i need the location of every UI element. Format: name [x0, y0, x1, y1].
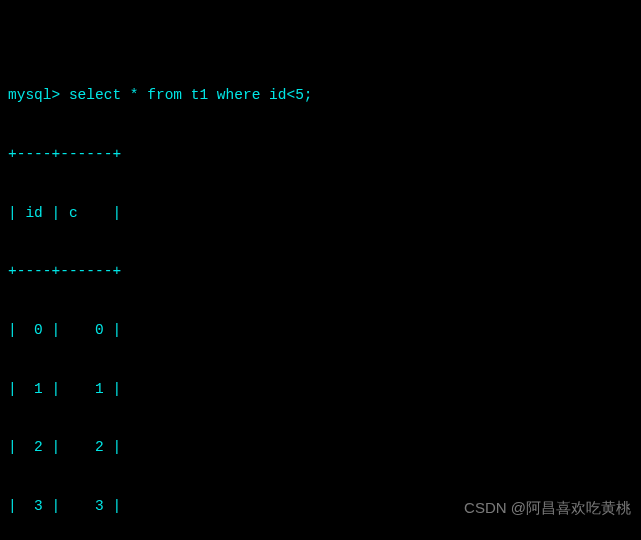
table-border: +----+------+: [8, 262, 633, 282]
cell-id: 0: [34, 322, 43, 338]
prompt-line[interactable]: mysql> select * from t1 where id<5;: [8, 86, 633, 106]
cell-c: 1: [95, 381, 104, 397]
cell-c: 0: [95, 322, 104, 338]
table-header: | id | c |: [8, 204, 633, 224]
table-row: | 1 | 1 |: [8, 380, 633, 400]
cell-id: 3: [34, 498, 43, 514]
cell-id: 2: [34, 439, 43, 455]
table-row: | 2 | 2 |: [8, 438, 633, 458]
terminal-output: mysql> select * from t1 where id<5; +---…: [8, 8, 633, 540]
table-border: +----+------+: [8, 145, 633, 165]
prompt: mysql>: [8, 87, 69, 103]
table-row: | 3 | 3 |: [8, 497, 633, 517]
cell-c: 3: [95, 498, 104, 514]
cell-id: 1: [34, 381, 43, 397]
col-h-id: id: [25, 205, 42, 221]
table-row: | 0 | 0 |: [8, 321, 633, 341]
cell-c: 2: [95, 439, 104, 455]
col-h-c: c: [69, 205, 78, 221]
sql-query: select * from t1 where id<5;: [69, 87, 313, 103]
